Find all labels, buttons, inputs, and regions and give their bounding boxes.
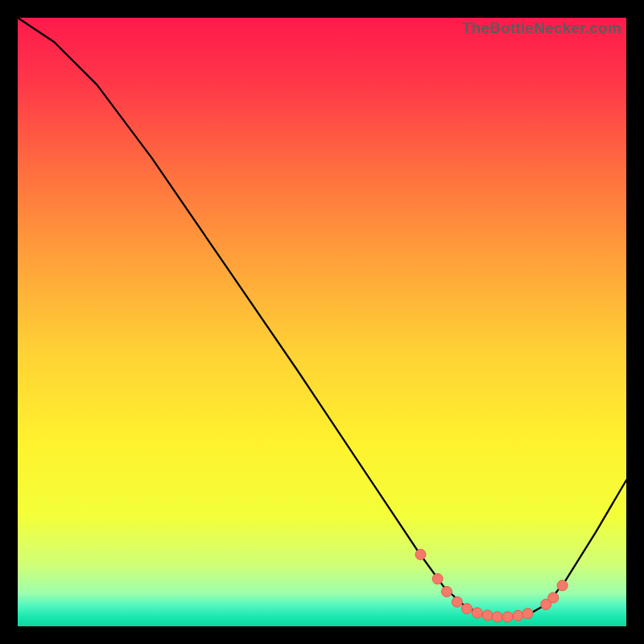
- chart-frame: TheBottleNecker.com: [0, 0, 644, 644]
- curve-markers: [415, 549, 568, 621]
- marker-dot: [513, 610, 523, 621]
- marker-dot: [548, 592, 559, 603]
- marker-dot: [557, 580, 568, 591]
- marker-dot: [432, 574, 443, 584]
- marker-dot: [441, 586, 452, 597]
- marker-dot: [502, 612, 513, 622]
- curve-layer: [18, 18, 626, 626]
- marker-dot: [452, 597, 462, 607]
- plot-area: TheBottleNecker.com: [18, 18, 626, 626]
- marker-dot: [482, 610, 493, 621]
- marker-dot: [472, 608, 482, 618]
- bottleneck-curve: [18, 18, 626, 617]
- watermark-text: TheBottleNecker.com: [462, 19, 621, 37]
- marker-dot: [415, 549, 426, 559]
- marker-dot: [461, 604, 472, 614]
- marker-dot: [492, 612, 502, 622]
- marker-dot: [522, 609, 533, 619]
